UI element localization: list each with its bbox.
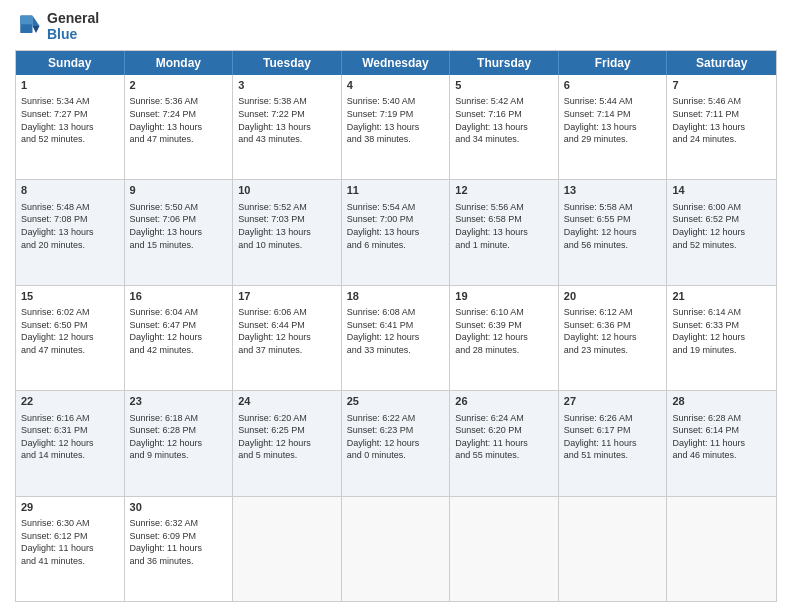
day-info: Sunrise: 5:54 AM Sunset: 7:00 PM Dayligh… xyxy=(347,201,445,251)
day-cell-5: 5Sunrise: 5:42 AM Sunset: 7:16 PM Daylig… xyxy=(450,75,559,179)
weekday-header-friday: Friday xyxy=(559,51,668,75)
day-number: 24 xyxy=(238,394,336,409)
day-cell-3: 3Sunrise: 5:38 AM Sunset: 7:22 PM Daylig… xyxy=(233,75,342,179)
day-info: Sunrise: 6:28 AM Sunset: 6:14 PM Dayligh… xyxy=(672,412,771,462)
day-info: Sunrise: 6:14 AM Sunset: 6:33 PM Dayligh… xyxy=(672,306,771,356)
day-info: Sunrise: 5:34 AM Sunset: 7:27 PM Dayligh… xyxy=(21,95,119,145)
day-cell-4: 4Sunrise: 5:40 AM Sunset: 7:19 PM Daylig… xyxy=(342,75,451,179)
day-number: 23 xyxy=(130,394,228,409)
day-info: Sunrise: 6:08 AM Sunset: 6:41 PM Dayligh… xyxy=(347,306,445,356)
day-info: Sunrise: 6:20 AM Sunset: 6:25 PM Dayligh… xyxy=(238,412,336,462)
day-info: Sunrise: 5:38 AM Sunset: 7:22 PM Dayligh… xyxy=(238,95,336,145)
day-cell-16: 16Sunrise: 6:04 AM Sunset: 6:47 PM Dayli… xyxy=(125,286,234,390)
day-number: 20 xyxy=(564,289,662,304)
day-cell-11: 11Sunrise: 5:54 AM Sunset: 7:00 PM Dayli… xyxy=(342,180,451,284)
day-cell-29: 29Sunrise: 6:30 AM Sunset: 6:12 PM Dayli… xyxy=(16,497,125,601)
calendar-row-2: 8Sunrise: 5:48 AM Sunset: 7:08 PM Daylig… xyxy=(16,179,776,284)
day-cell-9: 9Sunrise: 5:50 AM Sunset: 7:06 PM Daylig… xyxy=(125,180,234,284)
day-info: Sunrise: 5:42 AM Sunset: 7:16 PM Dayligh… xyxy=(455,95,553,145)
empty-cell xyxy=(233,497,342,601)
day-number: 30 xyxy=(130,500,228,515)
day-number: 26 xyxy=(455,394,553,409)
weekday-header-monday: Monday xyxy=(125,51,234,75)
page: General Blue SundayMondayTuesdayWednesda… xyxy=(0,0,792,612)
day-cell-22: 22Sunrise: 6:16 AM Sunset: 6:31 PM Dayli… xyxy=(16,391,125,495)
day-number: 8 xyxy=(21,183,119,198)
calendar-header: SundayMondayTuesdayWednesdayThursdayFrid… xyxy=(16,51,776,75)
day-info: Sunrise: 5:48 AM Sunset: 7:08 PM Dayligh… xyxy=(21,201,119,251)
day-cell-8: 8Sunrise: 5:48 AM Sunset: 7:08 PM Daylig… xyxy=(16,180,125,284)
empty-cell xyxy=(667,497,776,601)
logo: General Blue xyxy=(15,10,99,42)
day-cell-13: 13Sunrise: 5:58 AM Sunset: 6:55 PM Dayli… xyxy=(559,180,668,284)
day-number: 3 xyxy=(238,78,336,93)
svg-marker-0 xyxy=(33,16,40,27)
weekday-header-saturday: Saturday xyxy=(667,51,776,75)
day-cell-6: 6Sunrise: 5:44 AM Sunset: 7:14 PM Daylig… xyxy=(559,75,668,179)
day-info: Sunrise: 5:44 AM Sunset: 7:14 PM Dayligh… xyxy=(564,95,662,145)
day-info: Sunrise: 5:40 AM Sunset: 7:19 PM Dayligh… xyxy=(347,95,445,145)
calendar-body: 1Sunrise: 5:34 AM Sunset: 7:27 PM Daylig… xyxy=(16,75,776,601)
day-info: Sunrise: 6:26 AM Sunset: 6:17 PM Dayligh… xyxy=(564,412,662,462)
day-cell-23: 23Sunrise: 6:18 AM Sunset: 6:28 PM Dayli… xyxy=(125,391,234,495)
day-info: Sunrise: 6:04 AM Sunset: 6:47 PM Dayligh… xyxy=(130,306,228,356)
day-number: 27 xyxy=(564,394,662,409)
day-number: 15 xyxy=(21,289,119,304)
calendar: SundayMondayTuesdayWednesdayThursdayFrid… xyxy=(15,50,777,602)
day-info: Sunrise: 6:10 AM Sunset: 6:39 PM Dayligh… xyxy=(455,306,553,356)
day-number: 10 xyxy=(238,183,336,198)
day-number: 4 xyxy=(347,78,445,93)
weekday-header-tuesday: Tuesday xyxy=(233,51,342,75)
day-cell-10: 10Sunrise: 5:52 AM Sunset: 7:03 PM Dayli… xyxy=(233,180,342,284)
day-cell-18: 18Sunrise: 6:08 AM Sunset: 6:41 PM Dayli… xyxy=(342,286,451,390)
day-number: 22 xyxy=(21,394,119,409)
logo-icon xyxy=(15,12,43,40)
day-info: Sunrise: 6:32 AM Sunset: 6:09 PM Dayligh… xyxy=(130,517,228,567)
day-info: Sunrise: 5:58 AM Sunset: 6:55 PM Dayligh… xyxy=(564,201,662,251)
empty-cell xyxy=(450,497,559,601)
day-cell-20: 20Sunrise: 6:12 AM Sunset: 6:36 PM Dayli… xyxy=(559,286,668,390)
day-cell-12: 12Sunrise: 5:56 AM Sunset: 6:58 PM Dayli… xyxy=(450,180,559,284)
day-cell-19: 19Sunrise: 6:10 AM Sunset: 6:39 PM Dayli… xyxy=(450,286,559,390)
day-cell-1: 1Sunrise: 5:34 AM Sunset: 7:27 PM Daylig… xyxy=(16,75,125,179)
day-cell-17: 17Sunrise: 6:06 AM Sunset: 6:44 PM Dayli… xyxy=(233,286,342,390)
weekday-header-thursday: Thursday xyxy=(450,51,559,75)
empty-cell xyxy=(559,497,668,601)
day-number: 7 xyxy=(672,78,771,93)
weekday-header-wednesday: Wednesday xyxy=(342,51,451,75)
day-number: 12 xyxy=(455,183,553,198)
day-info: Sunrise: 6:30 AM Sunset: 6:12 PM Dayligh… xyxy=(21,517,119,567)
header: General Blue xyxy=(15,10,777,42)
svg-rect-3 xyxy=(20,16,32,25)
day-number: 29 xyxy=(21,500,119,515)
day-number: 25 xyxy=(347,394,445,409)
day-info: Sunrise: 5:56 AM Sunset: 6:58 PM Dayligh… xyxy=(455,201,553,251)
day-number: 19 xyxy=(455,289,553,304)
day-cell-21: 21Sunrise: 6:14 AM Sunset: 6:33 PM Dayli… xyxy=(667,286,776,390)
day-info: Sunrise: 6:16 AM Sunset: 6:31 PM Dayligh… xyxy=(21,412,119,462)
day-info: Sunrise: 6:24 AM Sunset: 6:20 PM Dayligh… xyxy=(455,412,553,462)
calendar-row-5: 29Sunrise: 6:30 AM Sunset: 6:12 PM Dayli… xyxy=(16,496,776,601)
weekday-header-sunday: Sunday xyxy=(16,51,125,75)
calendar-row-1: 1Sunrise: 5:34 AM Sunset: 7:27 PM Daylig… xyxy=(16,75,776,179)
day-number: 9 xyxy=(130,183,228,198)
day-cell-28: 28Sunrise: 6:28 AM Sunset: 6:14 PM Dayli… xyxy=(667,391,776,495)
empty-cell xyxy=(342,497,451,601)
day-cell-27: 27Sunrise: 6:26 AM Sunset: 6:17 PM Dayli… xyxy=(559,391,668,495)
day-number: 21 xyxy=(672,289,771,304)
day-info: Sunrise: 5:46 AM Sunset: 7:11 PM Dayligh… xyxy=(672,95,771,145)
day-cell-14: 14Sunrise: 6:00 AM Sunset: 6:52 PM Dayli… xyxy=(667,180,776,284)
day-number: 17 xyxy=(238,289,336,304)
day-info: Sunrise: 6:22 AM Sunset: 6:23 PM Dayligh… xyxy=(347,412,445,462)
day-cell-15: 15Sunrise: 6:02 AM Sunset: 6:50 PM Dayli… xyxy=(16,286,125,390)
day-number: 2 xyxy=(130,78,228,93)
day-number: 5 xyxy=(455,78,553,93)
day-cell-26: 26Sunrise: 6:24 AM Sunset: 6:20 PM Dayli… xyxy=(450,391,559,495)
day-number: 6 xyxy=(564,78,662,93)
day-info: Sunrise: 6:06 AM Sunset: 6:44 PM Dayligh… xyxy=(238,306,336,356)
day-info: Sunrise: 5:36 AM Sunset: 7:24 PM Dayligh… xyxy=(130,95,228,145)
day-info: Sunrise: 6:12 AM Sunset: 6:36 PM Dayligh… xyxy=(564,306,662,356)
day-number: 1 xyxy=(21,78,119,93)
day-info: Sunrise: 6:18 AM Sunset: 6:28 PM Dayligh… xyxy=(130,412,228,462)
day-cell-30: 30Sunrise: 6:32 AM Sunset: 6:09 PM Dayli… xyxy=(125,497,234,601)
